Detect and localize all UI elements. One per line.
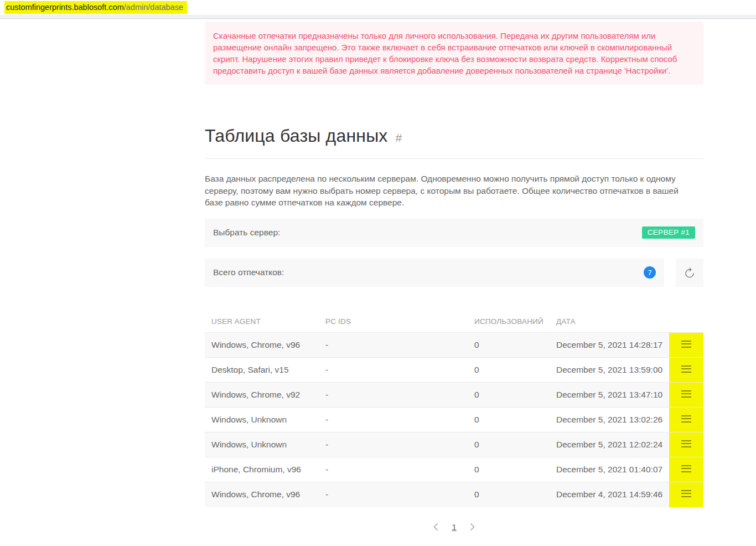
cell-user-agent: Windows, Chrome, v92 (205, 383, 319, 408)
menu-icon (681, 338, 691, 349)
address-url-highlight[interactable]: customfingerprints.bablosoft.com/admin/d… (4, 1, 187, 14)
table-row: Windows, Chrome, v96 - 0 December 5, 202… (205, 333, 703, 358)
table-header-row: USER AGENT PC IDS ИСПОЛЬЗОВАНИЙ ДАТА (205, 311, 703, 333)
url-path: /admin/database (124, 3, 183, 12)
chevron-right-icon (470, 523, 475, 531)
main-content: Скачанные отпечатки предназначены только… (205, 22, 703, 532)
pagination-next-button[interactable] (470, 523, 475, 531)
table-row: Windows, Chrome, v92 - 0 December 5, 202… (205, 383, 703, 408)
pagination: 1 (205, 522, 703, 532)
page-top-divider (0, 18, 756, 19)
menu-icon (681, 438, 691, 449)
cell-user-agent: Desktop, Safari, v15 (205, 358, 319, 383)
fingerprint-count-badge: 7 (644, 266, 656, 279)
browser-top-bar: customfingerprints.bablosoft.com/admin/d… (0, 0, 756, 19)
cell-usages: 0 (468, 358, 550, 383)
server-1-button[interactable]: СЕРВЕР #1 (642, 226, 695, 239)
menu-icon (681, 363, 691, 374)
column-header-actions (669, 311, 703, 333)
cell-usages: 0 (468, 408, 550, 432)
cell-date: December 5, 2021 14:28:17 (550, 333, 669, 358)
warning-alert: Скачанные отпечатки предназначены только… (205, 22, 703, 85)
menu-icon (681, 463, 691, 474)
cell-date: December 5, 2021 13:59:00 (550, 358, 669, 383)
menu-icon (681, 388, 691, 399)
page-title: Таблица базы данных (205, 126, 388, 146)
totals-label: Всего отпечатков: (213, 267, 284, 277)
column-header-pc-ids: PC IDS (319, 311, 468, 333)
row-menu-button[interactable] (669, 358, 703, 383)
cell-pc-ids: - (319, 358, 468, 383)
pagination-page-1[interactable]: 1 (452, 522, 457, 532)
intro-text: База данных распределена по нескольким с… (205, 173, 697, 209)
cell-usages: 0 (468, 457, 550, 482)
server-select-panel: Выбрать сервер: СЕРВЕР #1 (205, 219, 703, 247)
cell-date: December 4, 2021 14:59:46 (550, 482, 669, 507)
cell-usages: 0 (468, 482, 550, 507)
title-divider (205, 158, 703, 159)
title-row: Таблица базы данных # (205, 126, 703, 146)
cell-user-agent: iPhone, Chromium, v96 (205, 457, 319, 482)
cell-usages: 0 (468, 383, 550, 408)
table-row: Desktop, Safari, v15 - 0 December 5, 202… (205, 358, 703, 383)
table-row: Windows, Chrome, v96 - 0 December 4, 202… (205, 482, 703, 507)
totals-panel: Всего отпечатков: 7 (205, 259, 664, 287)
table-row: Windows, Unknown - 0 December 5, 2021 12… (205, 432, 703, 457)
cell-pc-ids: - (319, 383, 468, 408)
refresh-icon (684, 267, 695, 278)
cell-user-agent: Windows, Unknown (205, 432, 319, 457)
anchor-link[interactable]: # (396, 131, 402, 145)
column-header-date: ДАТА (550, 311, 669, 333)
cell-pc-ids: - (319, 482, 468, 507)
row-menu-button[interactable] (669, 482, 703, 507)
server-select-label: Выбрать сервер: (213, 228, 280, 238)
cell-usages: 0 (468, 333, 550, 358)
cell-user-agent: Windows, Chrome, v96 (205, 482, 319, 507)
table-row: Windows, Unknown - 0 December 5, 2021 13… (205, 408, 703, 432)
row-menu-button[interactable] (669, 432, 703, 457)
refresh-button[interactable] (676, 259, 703, 287)
menu-icon (681, 413, 691, 424)
row-menu-button[interactable] (669, 333, 703, 358)
totals-row: Всего отпечатков: 7 (205, 259, 703, 287)
cell-usages: 0 (468, 432, 550, 457)
cell-user-agent: Windows, Unknown (205, 408, 319, 432)
cell-pc-ids: - (319, 432, 468, 457)
cell-date: December 5, 2021 01:40:07 (550, 457, 669, 482)
row-menu-button[interactable] (669, 457, 703, 482)
url-host: customfingerprints.bablosoft.com (6, 3, 124, 12)
fingerprints-table: USER AGENT PC IDS ИСПОЛЬЗОВАНИЙ ДАТА Win… (205, 311, 703, 507)
cell-pc-ids: - (319, 333, 468, 358)
chevron-left-icon (433, 523, 438, 531)
cell-date: December 5, 2021 12:02:24 (550, 432, 669, 457)
row-menu-button[interactable] (669, 408, 703, 432)
menu-icon (681, 488, 691, 499)
cell-user-agent: Windows, Chrome, v96 (205, 333, 319, 358)
cell-date: December 5, 2021 13:47:10 (550, 383, 669, 408)
column-header-user-agent: USER AGENT (205, 311, 319, 333)
column-header-usages: ИСПОЛЬЗОВАНИЙ (468, 311, 550, 333)
cell-date: December 5, 2021 13:02:26 (550, 408, 669, 432)
row-menu-button[interactable] (669, 383, 703, 408)
cell-pc-ids: - (319, 457, 468, 482)
cell-pc-ids: - (319, 408, 468, 432)
pagination-prev-button[interactable] (433, 523, 438, 531)
table-row: iPhone, Chromium, v96 - 0 December 5, 20… (205, 457, 703, 482)
